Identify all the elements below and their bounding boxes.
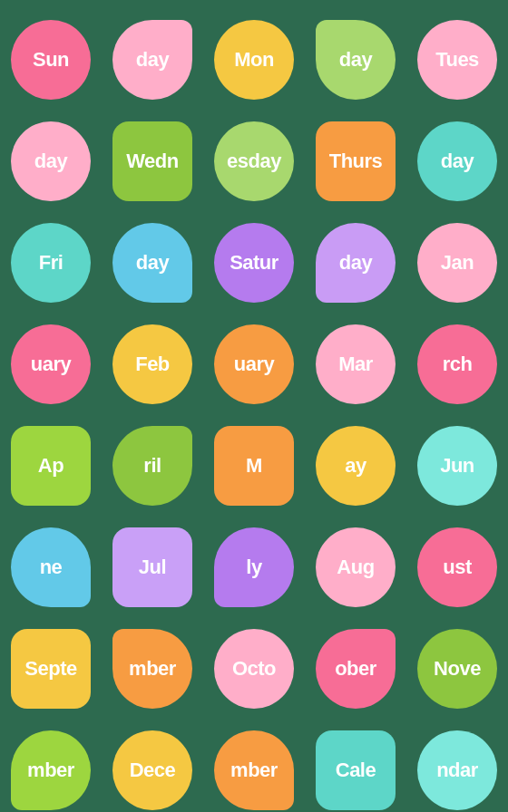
sticker-label: Mar [338,353,373,376]
sticker-shape: Aug [316,527,396,607]
sticker-label: Fri [39,251,64,275]
sticker-shape: Thurs [316,121,396,201]
sticker-cell[interactable]: Octo [203,618,305,720]
sticker-label: ne [40,556,63,579]
sticker-shape: day [316,20,396,100]
sticker-label: ndar [436,759,478,782]
sticker-shape: esday [214,121,294,201]
sticker-label: mber [230,759,278,782]
sticker-cell[interactable]: Aug [305,517,406,618]
sticker-cell[interactable]: M [203,415,305,517]
sticker-shape: Octo [214,629,294,709]
sticker-cell[interactable]: ay [305,415,406,517]
sticker-shape: Sun [11,20,91,100]
sticker-label: day [339,48,372,72]
sticker-shape: Satur [214,223,294,303]
sticker-shape: mber [112,629,192,709]
sticker-cell[interactable]: Feb [102,314,203,415]
sticker-cell[interactable]: Wedn [102,111,203,212]
sticker-shape: Dece [112,730,192,810]
sticker-cell[interactable]: Thurs [305,111,406,212]
sticker-shape: day [417,121,497,201]
sticker-cell[interactable]: Mar [305,314,406,415]
sticker-shape: day [316,223,396,303]
sticker-shape: uary [11,324,91,404]
sticker-cell[interactable]: day [305,9,406,111]
sticker-label: Octo [232,657,276,681]
sticker-shape: Jul [112,527,192,607]
sticker-cell[interactable]: Jul [102,517,203,618]
sticker-shape: Jan [417,223,497,303]
sticker-cell[interactable]: Jan [406,212,508,314]
sticker-label: Satur [230,251,278,275]
sticker-shape: Mar [316,324,396,404]
sticker-label: mber [129,657,176,681]
sticker-label: Feb [135,353,170,376]
sticker-label: Jan [441,251,474,275]
sticker-cell[interactable]: rch [406,314,508,415]
sticker-cell[interactable]: Sun [0,9,102,111]
sticker-cell[interactable]: Satur [203,212,305,314]
sticker-cell[interactable]: esday [203,111,305,212]
sticker-cell[interactable]: ust [406,517,508,618]
sticker-label: Jun [440,454,474,478]
sticker-cell[interactable]: Jun [406,415,508,517]
sticker-shape: day [11,121,91,201]
sticker-shape: ay [316,426,396,506]
sticker-label: Cale [336,759,376,782]
sticker-label: Sun [33,48,69,72]
sticker-cell[interactable]: day [406,111,508,212]
sticker-cell[interactable]: day [102,212,203,314]
sticker-cell[interactable]: Ap [0,415,102,517]
sticker-shape: Cale [316,730,396,810]
sticker-cell[interactable]: ndar [406,720,508,812]
sticker-cell[interactable]: Mon [203,9,305,111]
sticker-label: Septe [24,657,76,681]
sticker-cell[interactable]: ober [305,618,406,720]
sticker-label: day [136,48,169,72]
sticker-label: day [34,150,67,173]
sticker-shape: Wedn [112,121,192,201]
sticker-label: Thurs [329,150,383,173]
sticker-label: M [246,454,262,478]
sticker-label: day [136,251,169,275]
sticker-cell[interactable]: day [305,212,406,314]
sticker-shape: Mon [214,20,294,100]
sticker-cell[interactable]: mber [0,720,102,812]
sticker-cell[interactable]: Cale [305,720,406,812]
sticker-cell[interactable]: Septe [0,618,102,720]
sticker-shape: day [112,223,192,303]
sticker-shape: ly [214,527,294,607]
sticker-cell[interactable]: ril [102,415,203,517]
sticker-cell[interactable]: uary [0,314,102,415]
sticker-label: Mon [234,48,274,72]
sticker-label: ust [443,556,472,579]
sticker-shape: day [112,20,192,100]
sticker-cell[interactable]: mber [203,720,305,812]
sticker-shape: ober [316,629,396,709]
sticker-cell[interactable]: Nove [406,618,508,720]
sticker-label: Dece [130,759,176,782]
sticker-cell[interactable]: Dece [102,720,203,812]
sticker-shape: ril [112,426,192,506]
sticker-label: ay [345,454,366,478]
sticker-shape: M [214,426,294,506]
sticker-label: day [339,251,372,275]
sticker-cell[interactable]: day [102,9,203,111]
sticker-label: day [441,150,474,173]
sticker-cell[interactable]: uary [203,314,305,415]
sticker-cell[interactable]: Fri [0,212,102,314]
sticker-cell[interactable]: day [0,111,102,212]
sticker-cell[interactable]: mber [102,618,203,720]
sticker-label: Ap [38,454,64,478]
sticker-cell[interactable]: ly [203,517,305,618]
sticker-shape: ne [11,527,91,607]
sticker-label: mber [27,759,74,782]
sticker-grid: SundayMondayTuesdayWednesdayThursdayFrid… [0,0,508,812]
sticker-shape: mber [214,730,294,810]
sticker-cell[interactable]: ne [0,517,102,618]
sticker-label: Wedn [126,150,178,173]
sticker-label: ober [335,657,376,681]
sticker-shape: Ap [11,426,91,506]
sticker-cell[interactable]: Tues [406,9,508,111]
